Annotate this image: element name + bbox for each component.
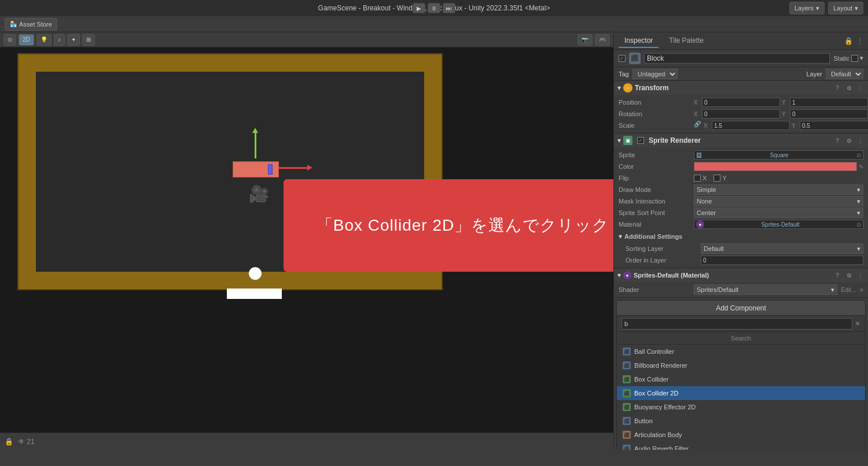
search-clear-button[interactable]: ✕ <box>855 320 860 328</box>
draw-mode-label: Draw Mode <box>619 186 694 193</box>
scene-light-btn[interactable]: 💡 <box>36 34 52 46</box>
scene-toolbar: ⊙ 2D 💡 ♪ ✦ ⊞ 📷 🎮 <box>0 32 613 47</box>
color-field[interactable] <box>694 162 857 171</box>
material-component-title: Sprites-Default (Material) <box>634 272 831 279</box>
object-active-checkbox[interactable] <box>619 55 626 62</box>
edit-shader-btn[interactable]: Edit... <box>841 287 856 293</box>
scene-audio-btn[interactable]: ♪ <box>54 34 65 46</box>
tag-select[interactable]: Untagged <box>632 69 678 79</box>
rot-y-input[interactable] <box>790 109 868 119</box>
component-list-item[interactable]: ⬛Ball Controller <box>617 345 865 358</box>
tab-tile-palette[interactable]: Tile Palette <box>663 34 709 48</box>
scene-render-btn[interactable]: 🎮 <box>595 34 610 46</box>
flip-y-group: Y <box>713 175 726 182</box>
additional-settings-header[interactable]: ▾ Additional Settings <box>614 230 868 243</box>
scene-grid-btn[interactable]: ⊞ <box>82 34 95 46</box>
transform-settings-icon[interactable]: ⚙ <box>845 84 853 92</box>
lock-icon: 🔒 <box>5 438 13 446</box>
transform-help-icon[interactable]: ? <box>833 84 841 92</box>
scene-2d-btn[interactable]: 2D <box>19 34 34 46</box>
material-select-icon[interactable]: ⊙ <box>856 221 861 228</box>
sprite-field[interactable]: 🖼 Square ⊙ <box>694 150 863 160</box>
material-component-icon: ● <box>623 271 631 279</box>
add-component-label: Add Component <box>716 304 766 312</box>
static-checkbox[interactable] <box>851 55 858 62</box>
lock-inspector-icon[interactable]: 🔒 <box>844 37 853 45</box>
component-list-item[interactable]: ⬛Articulation Body <box>617 428 865 442</box>
sprite-sort-point-dropdown[interactable]: Center ▾ <box>694 208 863 218</box>
flip-y-checkbox[interactable] <box>713 175 720 182</box>
sprite-select-icon[interactable]: ⊙ <box>856 152 861 158</box>
transform-component: ▾ ↔ Transform ? ⚙ ⋮ Position <box>614 81 868 134</box>
component-list-item[interactable]: ⬛Button <box>617 414 865 428</box>
inspector-scroll[interactable]: ▾ ↔ Transform ? ⚙ ⋮ Position <box>614 81 868 450</box>
tab-inspector[interactable]: Inspector <box>619 34 659 48</box>
add-component-search: ✕ <box>617 316 865 332</box>
static-label: Static <box>833 55 849 62</box>
pause-button[interactable]: ⏸ <box>428 3 440 13</box>
step-button[interactable]: ⏭ <box>443 3 455 13</box>
static-dropdown-arrow[interactable]: ▾ <box>860 54 863 62</box>
layout-button[interactable]: Layout ▾ <box>828 2 863 14</box>
component-search-input[interactable] <box>621 318 852 330</box>
flip-x-checkbox[interactable] <box>694 175 701 182</box>
draw-mode-dropdown[interactable]: Simple ▾ <box>694 184 863 195</box>
mask-interaction-dropdown[interactable]: None ▾ <box>694 196 863 206</box>
flip-row: Flip X Y <box>614 172 868 184</box>
object-icon: ⬛ <box>629 53 641 64</box>
scene-canvas[interactable]: 🎥 「Box Collider 2D」を選んでクリック <box>0 47 613 432</box>
sprite-renderer-enable-checkbox[interactable] <box>637 137 644 144</box>
material-label: Material <box>619 221 694 228</box>
component-list-item[interactable]: ⬛Box Collider <box>617 372 865 386</box>
component-item-icon: ⬛ <box>623 375 631 383</box>
sprite-renderer-component: ▾ ▣ Sprite Renderer ? ⚙ ⋮ Sprite <box>614 134 868 268</box>
sorting-layer-dropdown[interactable]: Default ▾ <box>701 243 863 254</box>
sprite-renderer-header[interactable]: ▾ ▣ Sprite Renderer ? ⚙ ⋮ <box>614 134 868 147</box>
component-list-item[interactable]: ⬛Billboard Renderer <box>617 358 865 372</box>
shader-more-icon[interactable]: ≡ <box>860 287 863 293</box>
component-list-item[interactable]: ⬛Audio Reverb Filter <box>617 442 865 450</box>
pos-y-input[interactable] <box>790 98 868 107</box>
scene-camera-btn[interactable]: 📷 <box>578 34 593 46</box>
mask-interaction-row: Mask Interaction None ▾ <box>614 195 868 207</box>
component-list-item[interactable]: ⬛Box Collider 2D <box>617 386 865 400</box>
shader-dropdown[interactable]: Sprites/Default ▾ <box>694 284 837 295</box>
sprite-renderer-help-icon[interactable]: ? <box>833 136 841 145</box>
sorting-layer-value-group: Default ▾ <box>701 243 863 254</box>
sprite-renderer-more-icon[interactable]: ⋮ <box>856 136 865 145</box>
sprite-sort-point-value-group: Center ▾ <box>694 208 863 218</box>
scene-gizmo-btn[interactable]: ⊙ <box>3 34 16 46</box>
material-help-icon[interactable]: ? <box>833 271 841 279</box>
sprite-renderer-settings-icon[interactable]: ⚙ <box>845 136 853 145</box>
material-settings-icon[interactable]: ⚙ <box>845 271 853 279</box>
scale-y-input[interactable] <box>800 121 868 130</box>
component-item-name: Articulation Body <box>634 431 682 438</box>
component-list-item[interactable]: ⬛Buoyancy Effector 2D <box>617 400 865 414</box>
layer-select[interactable]: Default <box>826 69 863 79</box>
material-component-header[interactable]: ▾ ● Sprites-Default (Material) ? ⚙ ⋮ <box>614 268 868 282</box>
color-picker-icon[interactable]: ✎ <box>859 164 863 170</box>
layers-button[interactable]: Layers ▾ <box>789 2 825 14</box>
search-section-label: Search <box>617 332 865 345</box>
material-value-group: ● Sprites-Default ⊙ <box>694 220 863 229</box>
scene-fx-btn[interactable]: ✦ <box>67 34 80 46</box>
object-name-input[interactable] <box>644 53 830 64</box>
sprite-renderer-icon: ▣ <box>623 136 632 145</box>
title-bar: GameScene - Breakout - Windows, Mac, Lin… <box>0 0 868 16</box>
order-in-layer-input[interactable] <box>701 256 863 265</box>
material-field[interactable]: ● Sprites-Default ⊙ <box>694 220 863 229</box>
material-more-icon[interactable]: ⋮ <box>856 271 865 279</box>
play-button[interactable]: ▶ <box>413 3 425 13</box>
more-inspector-icon[interactable]: ⋮ <box>856 37 863 45</box>
rot-x-input[interactable] <box>702 109 780 119</box>
scale-x-input[interactable] <box>712 121 790 130</box>
camera-icon: 🎥 <box>249 184 269 204</box>
scale-link-icon: 🔗 <box>694 121 701 130</box>
static-checkbox-group: Static ▾ <box>833 54 863 62</box>
transform-collapse-arrow: ▾ <box>617 84 621 92</box>
transform-more-icon[interactable]: ⋮ <box>856 84 865 92</box>
transform-header[interactable]: ▾ ↔ Transform ? ⚙ ⋮ <box>614 81 868 95</box>
component-list[interactable]: ⬛Ball Controller⬛Billboard Renderer⬛Box … <box>617 345 865 450</box>
asset-store-button[interactable]: 🏪 Asset Store <box>5 18 57 31</box>
pos-x-input[interactable] <box>702 98 780 107</box>
